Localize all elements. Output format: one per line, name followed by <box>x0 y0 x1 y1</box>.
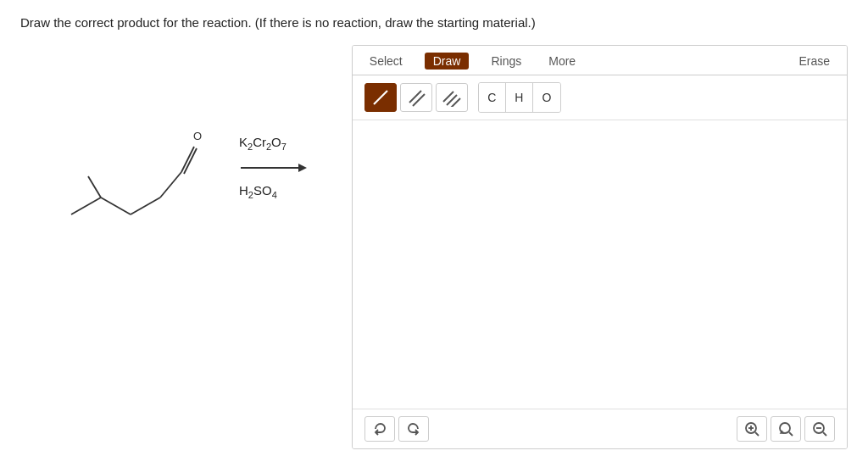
draw-panel: Select Draw Rings More Erase <box>352 45 848 449</box>
svg-line-3 <box>131 198 160 214</box>
svg-line-12 <box>413 94 425 106</box>
svg-line-11 <box>409 91 421 103</box>
tools-row: C H O <box>353 75 847 120</box>
svg-line-19 <box>755 432 759 436</box>
reagent-line2: H2SO4 <box>239 181 277 203</box>
triple-bond-btn[interactable] <box>436 83 468 112</box>
atom-h-btn[interactable]: H <box>506 83 533 112</box>
rings-tool[interactable]: Rings <box>486 53 526 70</box>
select-tool[interactable]: Select <box>364 53 408 70</box>
atom-o-btn[interactable]: O <box>533 83 560 112</box>
molecule-structure: O <box>46 79 232 248</box>
instruction-text: Draw the correct product for the reactio… <box>20 15 848 30</box>
erase-tool[interactable]: Erase <box>793 53 835 70</box>
undo-btn[interactable] <box>364 416 395 442</box>
reaction-info: K2Cr2O7 H2SO4 <box>239 124 307 203</box>
svg-line-1 <box>101 198 131 214</box>
draw-tool[interactable]: Draw <box>425 53 470 70</box>
reaction-arrow <box>239 159 307 177</box>
drawing-canvas[interactable] <box>353 120 847 409</box>
svg-line-6 <box>184 148 197 174</box>
toolbar-row: Select Draw Rings More Erase <box>353 46 847 75</box>
more-tool[interactable]: More <box>543 53 581 70</box>
undo-redo-group <box>364 416 429 442</box>
svg-line-2 <box>88 176 101 198</box>
zoom-reset-btn[interactable] <box>771 416 801 442</box>
atom-group: C H O <box>478 82 561 113</box>
svg-line-4 <box>160 172 181 198</box>
svg-line-5 <box>181 147 194 172</box>
svg-line-21 <box>789 432 793 436</box>
atom-c-btn[interactable]: C <box>479 83 506 112</box>
svg-line-24 <box>823 432 826 436</box>
bottom-toolbar <box>353 409 847 448</box>
svg-line-10 <box>374 91 387 104</box>
zoom-group <box>737 416 835 442</box>
svg-marker-9 <box>298 164 307 172</box>
double-bond-btn[interactable] <box>400 83 432 112</box>
reagent-line1: K2Cr2O7 <box>239 132 287 155</box>
svg-text:O: O <box>193 130 202 142</box>
zoom-out-btn[interactable] <box>804 416 835 442</box>
zoom-in-btn[interactable] <box>737 416 767 442</box>
redo-btn[interactable] <box>398 416 429 442</box>
svg-line-0 <box>71 198 101 214</box>
single-bond-btn[interactable] <box>364 83 397 112</box>
